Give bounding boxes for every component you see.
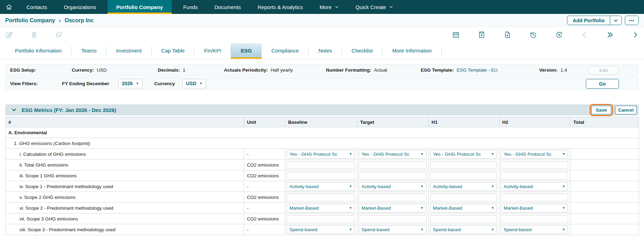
tab-fin-kpi[interactable]: Fin/KPI [194, 43, 231, 59]
h1-dropdown[interactable]: Activity-based▼ [430, 182, 497, 191]
h2-input[interactable] [501, 193, 568, 201]
double-chevron-right-icon [606, 31, 614, 38]
esg-setup-bar: ESG Setup: Currency:USD Decimals:1 Actua… [5, 64, 639, 76]
import-data-button[interactable] [478, 31, 486, 39]
baseline-dropdown[interactable]: Yes - GHG Protocol Sc▼ [287, 150, 355, 159]
h1-dropdown[interactable]: Yes - GHG Protocol Sc▼ [430, 150, 497, 159]
table-row: iv. Scope 1 - Predominant methodology us… [6, 181, 639, 192]
h2-dropdown[interactable]: Yes - GHG Protocol Sc▼ [501, 150, 568, 159]
nav-item-funds[interactable]: Funds [177, 0, 204, 14]
h1-input[interactable] [430, 161, 497, 169]
target-input[interactable] [359, 193, 426, 201]
h1-input[interactable] [430, 215, 497, 223]
breadcrumb-section-link[interactable]: Portfolio Company [5, 17, 55, 24]
baseline-dropdown[interactable]: Market-Based▼ [287, 204, 355, 212]
target-input[interactable] [359, 215, 426, 223]
currency-conversion-button[interactable]: $ [555, 31, 563, 39]
tab-checklist[interactable]: Checklist [342, 43, 382, 59]
h2-cell [499, 170, 571, 181]
duplicate-button[interactable] [55, 31, 63, 39]
h2-dropdown[interactable]: Spend-based▼ [501, 225, 568, 234]
target-input[interactable] [359, 172, 426, 180]
home-icon [5, 3, 13, 11]
metric-unit: - [244, 181, 285, 192]
chevron-down-icon: ▼ [420, 152, 424, 156]
tab-portfolio-information[interactable]: Portfolio Information [5, 43, 71, 59]
tab-cap-table[interactable]: Cap Table [152, 43, 194, 59]
edit-button[interactable] [5, 31, 13, 39]
dropdown-value: Activity-based [504, 184, 561, 189]
table-row: viii. Scope 3 - Predominant methodology … [6, 224, 639, 235]
tab-compliance[interactable]: Compliance [262, 43, 309, 59]
h1-input[interactable] [430, 193, 497, 201]
tab-more-information[interactable]: More Information [382, 43, 441, 59]
tab-esg[interactable]: ESG [231, 43, 262, 59]
metric-label: vi. Scope 2 - Predominant methodology us… [6, 203, 244, 213]
previous-record-button[interactable] [581, 31, 588, 38]
target-dropdown[interactable]: Spend-based▼ [359, 225, 426, 234]
h1-cell: Yes - GHG Protocol Sc▼ [429, 149, 499, 160]
h1-input[interactable] [430, 172, 497, 180]
baseline-dropdown[interactable]: Activity-based▼ [287, 182, 355, 191]
tab-investment[interactable]: Investment [106, 43, 151, 59]
column-header-total: Total [571, 117, 639, 127]
fy-label: FY Ending December [62, 78, 109, 89]
column-header-target: Target [357, 117, 429, 127]
save-button[interactable]: Save [591, 106, 611, 114]
dropdown-value: Spend-based [433, 227, 490, 232]
last-record-button[interactable] [606, 31, 614, 38]
total-cell [571, 149, 639, 160]
h1-dropdown[interactable]: Market-Based▼ [430, 204, 497, 212]
dropdown-value: Activity-based [362, 184, 419, 189]
nav-item-label: Funds [183, 4, 198, 10]
go-button[interactable]: Go [586, 79, 619, 89]
table-row: iii. Scope 1 GHG emissionsCO2 emissions [6, 170, 639, 181]
nav-item-reports-analytics[interactable]: Reports & Analytics [252, 0, 309, 14]
add-document-button[interactable] [504, 31, 511, 39]
target-dropdown[interactable]: Yes - GHG Protocol Sc▼ [359, 150, 426, 159]
copy-icon [55, 31, 63, 39]
filter-currency-dropdown[interactable]: USD ▼ [183, 79, 206, 88]
collapse-section-button[interactable] [11, 107, 17, 113]
section-title: ESG Metrics (FY: Jan 2026 - Dec 2026) [22, 107, 116, 113]
target-dropdown[interactable]: Activity-based▼ [359, 182, 426, 191]
calendar-button[interactable] [452, 31, 460, 39]
tab-teams[interactable]: Teams [71, 43, 106, 59]
add-portfolio-menu-button[interactable] [610, 16, 621, 25]
chevron-down-icon [613, 18, 618, 23]
esg-template-link[interactable]: ESG Template - EU [457, 67, 498, 73]
tab-notes[interactable]: Notes [309, 43, 342, 59]
h2-input[interactable] [501, 172, 568, 180]
h2-input[interactable] [501, 215, 568, 223]
target-dropdown[interactable]: Market-Based▼ [359, 204, 426, 212]
baseline-input[interactable] [287, 193, 355, 201]
chevron-down-icon: ▼ [349, 185, 352, 188]
baseline-input[interactable] [287, 215, 355, 223]
nav-item-documents[interactable]: Documents [209, 0, 247, 14]
delete-button[interactable] [30, 31, 38, 39]
h2-dropdown[interactable]: Activity-based▼ [501, 182, 568, 191]
chevron-down-icon: ▼ [562, 185, 565, 188]
h2-dropdown[interactable]: Market-Based▼ [501, 204, 568, 212]
h2-input[interactable] [501, 161, 568, 169]
h1-dropdown[interactable]: Spend-based▼ [430, 225, 497, 234]
nav-item-organizations[interactable]: Organizations [58, 0, 102, 14]
more-actions-button[interactable]: ••• [625, 16, 639, 25]
baseline-input[interactable] [287, 161, 355, 169]
h1-cell: Activity-based▼ [429, 181, 499, 192]
target-input[interactable] [359, 161, 426, 169]
setup-number-formatting-field: Number Formatting:Actual [326, 65, 387, 75]
esg-setup-edit-button[interactable]: Edit [588, 66, 619, 75]
baseline-input[interactable] [287, 172, 355, 180]
home-button[interactable] [0, 0, 18, 14]
next-record-button[interactable] [632, 31, 639, 38]
baseline-dropdown[interactable]: Spend-based▼ [287, 225, 355, 234]
nav-item-portfolio-company[interactable]: Portfolio Company [108, 0, 172, 14]
nav-item-quick-create[interactable]: Quick Create [350, 0, 399, 14]
nav-item-more[interactable]: More [314, 0, 345, 14]
cancel-button[interactable]: Cancel [615, 106, 637, 114]
fy-year-dropdown[interactable]: 2026 ▼ [118, 79, 142, 88]
history-button[interactable] [529, 31, 537, 39]
add-portfolio-button[interactable]: Add Portfolio [567, 16, 610, 25]
nav-item-contacts[interactable]: Contacts [21, 0, 53, 14]
